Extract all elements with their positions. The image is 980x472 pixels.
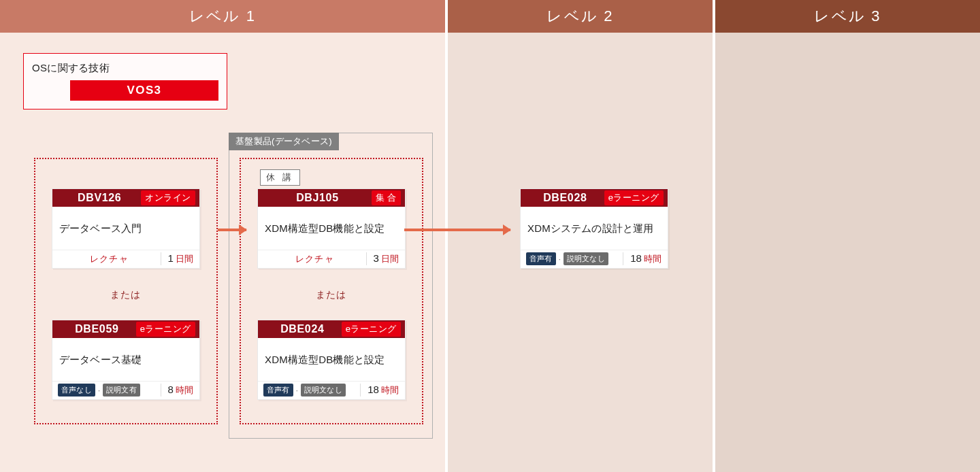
card-mode-badge: eラーニング (136, 322, 195, 337)
card-code: DBE024 (263, 323, 342, 335)
explain-chip: 説明文なし (301, 384, 346, 397)
legend-badge: VOS3 (70, 80, 218, 101)
course-card-dbe059[interactable]: DBE059 eラーニング データベース基礎 音声なし · 説明文有 8 時間 (52, 320, 200, 400)
card-duration-unit: 時間 (176, 384, 194, 397)
card-title: XDM構造型DB機能と設定 (258, 338, 405, 381)
chip-separator-icon: · (559, 255, 561, 263)
audio-chip: 音声有 (263, 384, 293, 397)
card-mode-badge: eラーニング (604, 190, 664, 205)
card-header: DBE028 eラーニング (521, 189, 668, 207)
card-footer-lecture: レクチャ (58, 253, 161, 265)
level-3-header: レベル 3 (715, 0, 980, 33)
card-duration-value: 8 (168, 384, 174, 395)
card-code: DBE028 (526, 192, 604, 204)
card-footer-chips: 音声有 · 説明文なし (263, 384, 360, 397)
card-duration-unit: 時間 (644, 253, 662, 265)
legend-box: OSに関する技術 VOS3 (23, 53, 227, 109)
or-label-col-a: または (110, 289, 141, 301)
card-footer: レクチャ 3 日間 (258, 250, 405, 268)
card-header: DBJ105 集 合 (258, 189, 405, 207)
chip-separator-icon: · (98, 386, 100, 394)
card-duration-unit: 時間 (381, 384, 399, 397)
card-footer: レクチャ 1 日間 (52, 250, 199, 268)
card-footer-lecture: レクチャ (263, 253, 366, 265)
chip-separator-icon: · (296, 386, 298, 394)
arrow-icon (218, 229, 246, 231)
card-footer: 音声有 · 説明文なし 18 時間 (258, 381, 405, 399)
card-title: XDM構造型DB機能と設定 (258, 207, 405, 250)
card-duration-unit: 日間 (381, 253, 399, 265)
suspended-tag: 休 講 (260, 169, 300, 186)
audio-chip: 音声なし (58, 384, 95, 397)
card-duration-value: 18 (368, 384, 379, 395)
level-3-column: レベル 3 (715, 0, 980, 472)
card-footer-chips: 音声なし · 説明文有 (58, 384, 161, 397)
database-product-tag: 基盤製品(データベース) (229, 133, 339, 150)
card-header: DBE059 eラーニング (52, 320, 199, 338)
card-duration-unit: 日間 (176, 253, 194, 265)
card-duration: 1 日間 (161, 252, 194, 265)
audio-chip: 音声有 (526, 252, 556, 265)
or-label-col-b: または (316, 289, 346, 301)
card-title: データベース基礎 (52, 338, 199, 381)
card-duration-value: 18 (630, 252, 642, 264)
explain-chip: 説明文なし (564, 252, 608, 265)
card-mode-badge: 集 合 (372, 190, 401, 205)
card-duration-value: 1 (168, 252, 174, 264)
course-card-dbj105[interactable]: DBJ105 集 合 XDM構造型DB機能と設定 レクチャ 3 日間 (257, 188, 406, 269)
card-code: DBE059 (58, 323, 136, 335)
card-title: XDMシステムの設計と運用 (521, 207, 668, 250)
course-map-canvas: レベル 1 レベル 2 レベル 3 OSに関する技術 VOS3 基盤製品(データ… (0, 0, 980, 472)
card-duration: 18 時間 (360, 384, 399, 397)
course-card-dbe024[interactable]: DBE024 eラーニング XDM構造型DB機能と設定 音声有 · 説明文なし … (257, 320, 406, 400)
card-mode-badge: オンライン (141, 190, 195, 205)
arrow-icon (404, 229, 510, 231)
card-duration: 18 時間 (623, 252, 662, 265)
level-1-header: レベル 1 (0, 0, 445, 33)
course-card-dbv126[interactable]: DBV126 オンライン データベース入門 レクチャ 1 日間 (52, 188, 200, 269)
level-2-header: レベル 2 (448, 0, 713, 33)
card-code: DBV126 (58, 192, 141, 204)
card-footer-chips: 音声有 · 説明文なし (526, 252, 623, 265)
card-title: データベース入門 (52, 207, 199, 250)
course-card-dbe028[interactable]: DBE028 eラーニング XDMシステムの設計と運用 音声有 · 説明文なし … (520, 188, 668, 269)
card-header: DBV126 オンライン (52, 189, 199, 207)
card-mode-badge: eラーニング (342, 322, 401, 337)
card-footer: 音声なし · 説明文有 8 時間 (52, 381, 199, 399)
card-footer: 音声有 · 説明文なし 18 時間 (521, 250, 668, 268)
legend-title: OSに関する技術 (32, 62, 218, 75)
explain-chip: 説明文有 (103, 384, 140, 397)
card-header: DBE024 eラーニング (258, 320, 405, 338)
card-code: DBJ105 (263, 192, 372, 204)
card-duration: 3 日間 (366, 252, 399, 265)
card-duration: 8 時間 (161, 384, 194, 397)
level-3-body (715, 33, 980, 472)
card-duration-value: 3 (374, 252, 379, 264)
